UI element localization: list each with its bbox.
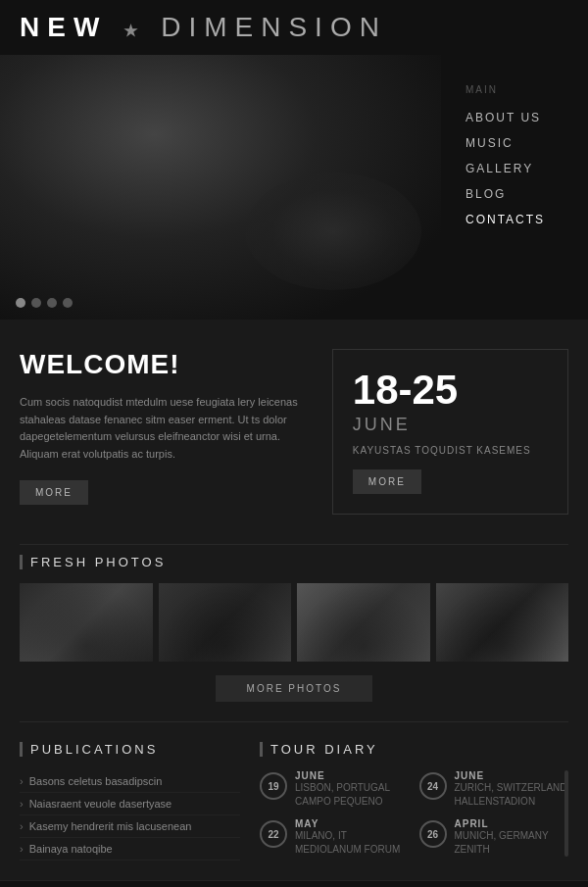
tour-item-3: 22 MAY MILANO, ITMEDIOLANUM FORUM: [260, 818, 410, 857]
footer: NEW DIMENSION © 2013 | PRIVACY POLICY fa…: [0, 880, 588, 887]
pub-item-3[interactable]: Kasemy hendrerit mis lacusenean: [20, 815, 240, 838]
more-photos-button[interactable]: MORE PHOTOS: [216, 675, 372, 702]
pub-item-4[interactable]: Bainaya natoqibe: [20, 838, 240, 861]
hero-dots: [16, 298, 73, 308]
tour-num-1: 19: [260, 772, 287, 800]
photo-thumb-1[interactable]: [20, 583, 153, 662]
photos-section-title: FRESH PHOTOS: [20, 555, 568, 569]
nav-item-about[interactable]: ABOUT US: [466, 107, 568, 128]
hero-image: [0, 55, 441, 320]
photo-thumb-2[interactable]: [159, 583, 292, 662]
logo: NEW ★ DIMENSION: [20, 12, 387, 43]
hero-person: [0, 55, 441, 320]
tour-item-1: 19 JUNE LISBON, PORTUGALCAMPO PEQUENO: [260, 770, 410, 809]
welcome-more-button[interactable]: MORE: [20, 480, 88, 505]
pub-item-2[interactable]: Naiasraent veuole dasertyase: [20, 793, 240, 815]
publications-list: Basons celetus basadipscin Naiasraent ve…: [20, 770, 240, 861]
tour-item-2: 24 JUNE ZURICH, SWITZERLANDHALLENSTADION: [419, 770, 569, 809]
welcome-text: Cum socis natoqudist mtedulm uese feugia…: [20, 394, 313, 463]
tour-month-1: JUNE: [295, 770, 390, 781]
nav-item-blog[interactable]: BLOG: [466, 183, 568, 205]
publications-title: PUBLICATIONS: [20, 742, 240, 757]
photos-section: FRESH PHOTOS MORE PHOTOS: [0, 545, 588, 721]
logo-new: NEW: [20, 12, 107, 42]
bottom-row: PUBLICATIONS Basons celetus basadipscin …: [0, 722, 588, 880]
tour-num-2: 24: [419, 772, 447, 800]
publications-section: PUBLICATIONS Basons celetus basadipscin …: [20, 742, 240, 861]
tour-num-4: 26: [419, 820, 447, 848]
tour-month-4: APRIL: [455, 818, 549, 829]
tour-num-3: 22: [260, 820, 287, 848]
hero-nav: MAIN ABOUT US MUSIC GALLERY BLOG CONTACT…: [441, 55, 588, 320]
event-box: 18-25 JUNE KAYUSTAS TOQUDIST KASEMES MOR…: [332, 349, 568, 515]
tour-venue-1: LISBON, PORTUGALCAMPO PEQUENO: [295, 781, 390, 809]
logo-dimension: DIMENSION: [161, 12, 387, 42]
photo-thumb-3[interactable]: [297, 583, 430, 662]
tour-info-2: JUNE ZURICH, SWITZERLANDHALLENSTADION: [455, 770, 567, 809]
hero-dot-3[interactable]: [47, 298, 57, 308]
tour-month-3: MAY: [295, 818, 400, 829]
tour-item-4: 26 APRIL MUNICH, GERMANYZENITH: [419, 818, 569, 857]
logo-star: ★: [111, 23, 157, 39]
nav-main-label: MAIN: [466, 84, 568, 95]
pub-item-1[interactable]: Basons celetus basadipscin: [20, 770, 240, 793]
hero-dot-2[interactable]: [31, 298, 41, 308]
nav-item-gallery[interactable]: GALLERY: [466, 158, 568, 179]
hero-dot-1[interactable]: [16, 298, 25, 308]
tour-month-2: JUNE: [455, 770, 567, 781]
tour-info-3: MAY MILANO, ITMEDIOLANUM FORUM: [295, 818, 400, 857]
tour-info-4: APRIL MUNICH, GERMANYZENITH: [455, 818, 549, 857]
tour-venue-4: MUNICH, GERMANYZENITH: [455, 829, 549, 857]
hero-dot-4[interactable]: [63, 298, 73, 308]
tour-venue-2: ZURICH, SWITZERLANDHALLENSTADION: [455, 781, 567, 809]
tour-info-1: JUNE LISBON, PORTUGALCAMPO PEQUENO: [295, 770, 390, 809]
event-more-button[interactable]: MORE: [353, 469, 421, 494]
event-date: 18-25: [353, 370, 458, 411]
hero-section: MAIN ABOUT US MUSIC GALLERY BLOG CONTACT…: [0, 55, 588, 320]
nav-item-contacts[interactable]: CONTACTS: [466, 209, 568, 230]
welcome-box: WELCOME! Cum socis natoqudist mtedulm ue…: [20, 349, 313, 515]
welcome-event-row: WELCOME! Cum socis natoqudist mtedulm ue…: [0, 320, 588, 544]
event-month: JUNE: [353, 415, 411, 435]
tour-items-grid: 19 JUNE LISBON, PORTUGALCAMPO PEQUENO 24…: [260, 770, 568, 857]
event-name: KAYUSTAS TOQUDIST KASEMES: [353, 445, 531, 456]
nav-item-music[interactable]: MUSIC: [466, 132, 568, 154]
header: NEW ★ DIMENSION: [0, 0, 588, 55]
photo-thumb-4[interactable]: [436, 583, 569, 662]
tour-venue-3: MILANO, ITMEDIOLANUM FORUM: [295, 829, 400, 857]
tour-diary-title: TOUR DIARY: [260, 742, 568, 757]
tour-diary-section: TOUR DIARY 19 JUNE LISBON, PORTUGALCAMPO…: [260, 742, 568, 861]
photos-grid: [20, 583, 568, 662]
welcome-title: WELCOME!: [20, 349, 313, 380]
